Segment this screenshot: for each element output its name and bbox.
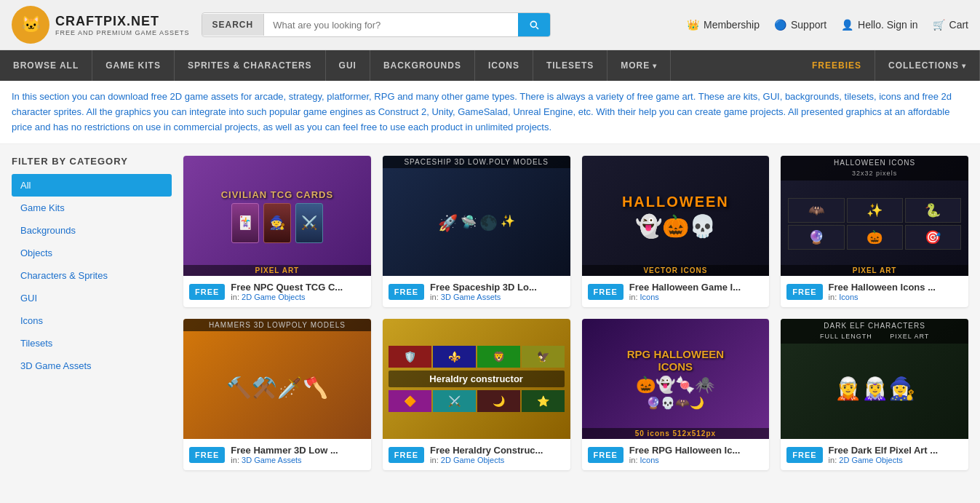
nav-collections[interactable]: COLLECTIONS ▾ (875, 50, 980, 81)
card-image-4: HALLOWEEN ICONS32x32 pixels 🦇 ✨ 🐍 🔮 🎃 🎯 … (781, 156, 968, 276)
logo-text: CRAFTPIX.NET FREE AND PREMIUM GAME ASSET… (55, 14, 190, 36)
card-cat-link-5[interactable]: 3D Game Assets (242, 456, 302, 464)
nav-tilesets[interactable]: TILESETS (533, 50, 607, 81)
card-top-label-2: SPACESHIP 3D LOW.POLY MODELS (383, 156, 570, 168)
product-card-7[interactable]: RPG HALLOWEENICONS 🎃👻🍬🕷️ 🔮💀🦇🌙 50 icons 5… (582, 319, 770, 470)
card-title-3: Free Halloween Game I... (629, 282, 763, 293)
sidebar-item-3d-assets[interactable]: 3D Game Assets (12, 355, 172, 377)
nav-more[interactable]: MORE ▾ (607, 50, 671, 81)
card-cat-link-6[interactable]: 2D Game Objects (441, 456, 504, 464)
cart-link[interactable]: 🛒 Cart (933, 19, 968, 31)
card-cat-link-4[interactable]: Icons (839, 293, 858, 301)
product-card-4[interactable]: HALLOWEEN ICONS32x32 pixels 🦇 ✨ 🐍 🔮 🎃 🎯 … (781, 156, 968, 307)
card-image-5: HAMMERS 3D LOWPOLY MODELS 🔨⚒️🗡️🪓 (183, 319, 371, 439)
search-button[interactable] (518, 13, 550, 36)
product-card-5[interactable]: HAMMERS 3D LOWPOLY MODELS 🔨⚒️🗡️🪓 FREE Fr… (183, 319, 371, 470)
nav-sprites[interactable]: SPRITES & CHARACTERS (175, 50, 326, 81)
sidebar-item-all[interactable]: All (12, 174, 172, 197)
sidebar-item-objects[interactable]: Objects (12, 242, 172, 264)
card-cat-link-1[interactable]: 2D Game Objects (242, 293, 305, 301)
sidebar-item-gui[interactable]: GUI (12, 287, 172, 309)
nav-freebies[interactable]: FREEBIES (799, 50, 875, 81)
card-bottom-6: FREE Free Heraldry Construc... in: 2D Ga… (383, 439, 570, 470)
card-title-5: Free Hammer 3D Low ... (231, 445, 364, 456)
free-badge-2: FREE (389, 284, 424, 300)
signin-link[interactable]: 👤 Hello. Sign in (841, 19, 918, 31)
free-badge-7: FREE (588, 447, 624, 463)
nav-backgrounds[interactable]: BACKGROUNDS (370, 50, 475, 81)
product-card-2[interactable]: SPACESHIP 3D LOW.POLY MODELS 🚀🛸🌑✨ FREE F… (383, 156, 570, 307)
nav-game-kits[interactable]: GAME KITS (92, 50, 175, 81)
support-label: Support (791, 19, 826, 31)
sidebar-item-characters[interactable]: Characters & Sprites (12, 264, 172, 287)
card-cat-link-7[interactable]: Icons (640, 456, 659, 464)
card-bottom-label-3: VECTOR ICONS (582, 265, 770, 276)
card-info-3: Free Halloween Game I... in: Icons (629, 282, 763, 301)
card-bottom-8: FREE Free Dark Elf Pixel Art ... in: 2D … (781, 439, 968, 470)
card-info-4: Free Halloween Icons ... in: Icons (829, 282, 963, 301)
card-cat-3: in: Icons (629, 293, 763, 301)
card-cat-7: in: Icons (629, 456, 763, 464)
product-grid: CIVILIAN TCG CARDS 🃏 🧙 ⚔️ PIXEL ART FREE… (183, 156, 968, 470)
product-card-8[interactable]: DARK ELF CHARACTERSFULL LENGTH PIXEL ART… (781, 319, 968, 470)
user-icon: 👤 (841, 19, 853, 31)
cart-label: Cart (949, 19, 968, 31)
product-card-6[interactable]: 🛡️ ⚜️ 🦁 🦅 Heraldry constructor 🔶 ⚔️ 🌙 ⭐ (383, 319, 570, 470)
card-title-4: Free Halloween Icons ... (829, 282, 963, 293)
card-cat-link-2[interactable]: 3D Game Assets (441, 293, 501, 301)
card-image-8: DARK ELF CHARACTERSFULL LENGTH PIXEL ART… (781, 319, 968, 439)
card-image-2: SPACESHIP 3D LOW.POLY MODELS 🚀🛸🌑✨ (383, 156, 570, 276)
nav-gui[interactable]: GUI (326, 50, 370, 81)
card-pixel-art-label-1: PIXEL ART (183, 265, 371, 276)
support-link[interactable]: 🔵 Support (774, 19, 826, 31)
header: 🐱 CRAFTPIX.NET FREE AND PREMIUM GAME ASS… (0, 0, 980, 50)
logo-area: 🐱 CRAFTPIX.NET FREE AND PREMIUM GAME ASS… (12, 6, 190, 44)
membership-label: Membership (704, 19, 760, 31)
sidebar-item-game-kits[interactable]: Game Kits (12, 197, 172, 219)
card-bottom-3: FREE Free Halloween Game I... in: Icons (582, 276, 770, 307)
cart-icon: 🛒 (933, 19, 945, 31)
logo-icon: 🐱 (12, 6, 49, 44)
card-cat-2: in: 3D Game Assets (430, 293, 564, 301)
card-title-7: Free RPG Halloween Ic... (629, 445, 763, 456)
membership-link[interactable]: 👑 Membership (687, 19, 760, 31)
info-bar: In this section you can download free 2D… (0, 81, 980, 144)
nav-browse-all[interactable]: BROWSE ALL (0, 50, 92, 81)
card-pixel-art-label-4: PIXEL ART (781, 265, 968, 276)
card-info-7: Free RPG Halloween Ic... in: Icons (629, 445, 763, 464)
product-card-1[interactable]: CIVILIAN TCG CARDS 🃏 🧙 ⚔️ PIXEL ART FREE… (183, 156, 371, 307)
card-cat-link-8[interactable]: 2D Game Objects (839, 456, 902, 464)
sidebar-item-backgrounds[interactable]: Backgrounds (12, 219, 172, 242)
search-label: SEARCH (202, 14, 265, 36)
card-info-8: Free Dark Elf Pixel Art ... in: 2D Game … (829, 445, 963, 464)
free-badge-6: FREE (389, 447, 424, 463)
main-nav: BROWSE ALL GAME KITS SPRITES & CHARACTER… (0, 50, 980, 81)
card-bottom-4: FREE Free Halloween Icons ... in: Icons (781, 276, 968, 307)
support-icon: 🔵 (774, 19, 786, 31)
main-content: FILTER BY CATEGORY All Game Kits Backgro… (0, 144, 980, 482)
sidebar-item-tilesets[interactable]: Tilesets (12, 332, 172, 355)
card-cat-link-3[interactable]: Icons (640, 293, 659, 301)
logo-sub: FREE AND PREMIUM GAME ASSETS (55, 29, 190, 36)
card-cat-8: in: 2D Game Objects (829, 456, 963, 464)
logo-name: CRAFTPIX.NET (55, 14, 190, 29)
card-image-6: 🛡️ ⚜️ 🦁 🦅 Heraldry constructor 🔶 ⚔️ 🌙 ⭐ (383, 319, 570, 439)
nav-icons[interactable]: ICONS (475, 50, 533, 81)
free-badge-4: FREE (786, 284, 822, 300)
search-input[interactable] (264, 14, 517, 36)
product-card-3[interactable]: HALLOWEEN 👻🎃💀 VECTOR ICONS FREE Free Hal… (582, 156, 770, 307)
header-right: 👑 Membership 🔵 Support 👤 Hello. Sign in … (687, 19, 968, 31)
card-bottom-5: FREE Free Hammer 3D Low ... in: 3D Game … (183, 439, 371, 470)
free-badge-3: FREE (588, 284, 624, 300)
info-text: In this section you can download free 2D… (12, 91, 952, 132)
card-info-1: Free NPC Quest TCG C... in: 2D Game Obje… (231, 282, 364, 301)
card-cat-5: in: 3D Game Assets (231, 456, 364, 464)
sidebar-title: FILTER BY CATEGORY (12, 156, 172, 167)
card-cat-1: in: 2D Game Objects (231, 293, 364, 301)
card-count-label-7: 50 icons 512x512px (582, 428, 770, 439)
free-badge-8: FREE (786, 447, 822, 463)
card-top-label-8: DARK ELF CHARACTERSFULL LENGTH PIXEL ART (781, 319, 968, 344)
more-chevron-icon: ▾ (653, 62, 657, 70)
sidebar-item-icons[interactable]: Icons (12, 309, 172, 332)
sidebar: FILTER BY CATEGORY All Game Kits Backgro… (12, 156, 172, 470)
